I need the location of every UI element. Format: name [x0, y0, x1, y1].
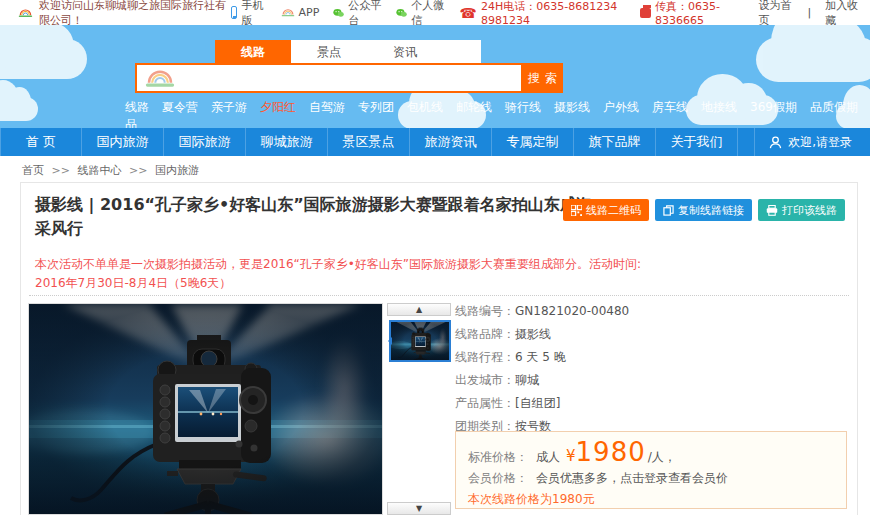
app-link[interactable]: APP [281, 6, 320, 19]
person-icon [769, 136, 782, 149]
route-qrcode-button[interactable]: 线路二维码 [563, 199, 649, 221]
brand-link[interactable]: 骑行线 [505, 99, 541, 128]
fax: 传真：0635-8336665 [640, 0, 745, 27]
nav-about[interactable]: 关于我们 [656, 128, 738, 156]
camera-photo [29, 304, 382, 514]
fax-icon [640, 8, 651, 18]
wechat-icon [396, 7, 407, 19]
search-watermark-logo-icon [143, 67, 177, 89]
public-platform-link[interactable]: 公众平台 [333, 0, 382, 28]
brand-link[interactable]: 包机线 [407, 99, 443, 128]
tab-news[interactable]: 资讯 [367, 40, 443, 65]
route-action-buttons: 线路二维码 复制线路链接 打印该线路 [563, 199, 845, 221]
hotline: ☎ 24H电话：0635-8681234 8981234 [460, 0, 626, 27]
detail-row-route-duration: 线路行程：6 天 5 晚 [455, 351, 850, 364]
search-bar: 搜 索 [135, 63, 563, 93]
copy-icon [663, 205, 674, 216]
print-route-button[interactable]: 打印该线路 [758, 199, 845, 221]
brand-link[interactable]: 专列团 [358, 99, 394, 128]
brand-link[interactable]: 房车线 [652, 99, 688, 128]
activity-notice: 本次活动不单单是一次摄影拍摄活动，更是2016“孔子家乡•好客山东”国际旅游摄影… [35, 255, 647, 293]
route-detail-panel: 摄影线 | 2016“孔子家乡•好客山东”国际旅游摄影大赛暨跟着名家拍山东威海采… [20, 182, 858, 515]
breadcrumb-route-center[interactable]: 线路中心 [77, 164, 121, 177]
nav-domestic[interactable]: 国内旅游 [82, 128, 164, 156]
brand-link[interactable]: 邮轮线 [456, 99, 492, 128]
search-button[interactable]: 搜 索 [523, 63, 563, 93]
search-input[interactable] [135, 63, 523, 93]
mobile-version-link[interactable]: 手机版 [231, 0, 267, 28]
detail-row-route-number: 线路编号：GN1821020-00480 [455, 305, 850, 318]
brand-link[interactable]: 自驾游 [309, 99, 345, 128]
brand-link[interactable]: 369假期 [750, 99, 797, 128]
sky-header: 线路 景点 资讯 搜 索 线路品牌： 夏令营 亲子游 夕阳红 自驾游 专列团 包… [0, 25, 870, 128]
mobile-phone-icon [231, 6, 238, 19]
breadcrumb: 首页 >> 线路中心 >> 国内旅游 [22, 163, 199, 178]
nav-liaocheng[interactable]: 聊城旅游 [246, 128, 328, 156]
nav-international[interactable]: 国际旅游 [164, 128, 246, 156]
top-utility-bar: 欢迎访问山东聊城聊之旅国际旅行社有限公司！ 手机版 APP 公众平台 个人微信 … [0, 0, 870, 25]
wechat-icon [333, 7, 344, 19]
brand-link[interactable]: 摄影线 [554, 99, 590, 128]
detail-row-route-brand: 线路品牌：摄影线 [455, 328, 850, 341]
route-details-list: 线路编号：GN1821020-00480 线路品牌：摄影线 线路行程：6 天 5… [455, 305, 850, 443]
brand-link[interactable]: 户外线 [603, 99, 639, 128]
brand-link[interactable]: 夕阳红 [260, 99, 296, 128]
standard-price-row: 标准价格： 成人 ¥ 1980 /人， [468, 440, 834, 466]
member-price-login-link[interactable]: 会员优惠多多，点击登录查看会员价 [536, 470, 728, 487]
tab-spots[interactable]: 景点 [291, 40, 367, 65]
price-note: 本次线路价格为1980元 [468, 491, 834, 508]
breadcrumb-home[interactable]: 首页 [22, 164, 44, 177]
telephone-icon: ☎ [460, 6, 477, 20]
cloud [756, 37, 870, 82]
cloud [0, 39, 87, 79]
tab-routes[interactable]: 线路 [215, 40, 291, 65]
main-nav: 首 页 国内旅游 国际旅游 聊城旅游 景区景点 旅游资讯 专属定制 旗下品牌 关… [0, 128, 870, 156]
nav-scenic-spots[interactable]: 景区景点 [328, 128, 410, 156]
thumbnail-scroll-down-button[interactable]: ▼ [387, 502, 451, 515]
qrcode-icon [571, 205, 582, 216]
page-title: 摄影线 | 2016“孔子家乡•好客山东”国际旅游摄影大赛暨跟着名家拍山东威海采… [35, 193, 605, 241]
detail-row-product-attribute: 产品属性：[自组团] [455, 397, 850, 410]
nav-travel-news[interactable]: 旅游资讯 [410, 128, 492, 156]
currency-symbol: ¥ [566, 447, 576, 465]
welcome-text: 欢迎访问山东聊城聊之旅国际旅行社有限公司！ [39, 0, 231, 28]
brand-link[interactable]: 夏令营 [162, 99, 198, 128]
camera-photo-thumbnail [391, 322, 449, 360]
divider [29, 295, 849, 296]
nav-home[interactable]: 首 页 [0, 128, 82, 156]
cloud [0, 97, 38, 121]
printer-icon [766, 205, 778, 216]
nav-brands[interactable]: 旗下品牌 [574, 128, 656, 156]
photo-thumbnail-strip: ▲ ▼ [387, 303, 451, 515]
brand-row-label: 线路品牌： [125, 99, 149, 128]
brand-links-row: 线路品牌： 夏令营 亲子游 夕阳红 自驾游 专列团 包机线 邮轮线 骑行线 摄影… [125, 99, 845, 128]
page: 欢迎访问山东聊城聊之旅国际旅行社有限公司！ 手机版 APP 公众平台 个人微信 … [0, 0, 870, 515]
copy-route-link-button[interactable]: 复制线路链接 [655, 199, 752, 221]
brand-link[interactable]: 地接线 [701, 99, 737, 128]
photo-thumbnail-selected[interactable] [389, 320, 451, 362]
app-icon [281, 7, 295, 18]
set-home-link[interactable]: 设为首页 [759, 0, 794, 28]
site-logo-icon [18, 6, 33, 20]
thumbnail-scroll-up-button[interactable]: ▲ [387, 303, 451, 316]
detail-row-departure-city: 出发城市：聊城 [455, 374, 850, 387]
route-main-photo [28, 303, 383, 515]
login-link[interactable]: 欢迎,请登录 [754, 128, 870, 156]
brand-link[interactable]: 亲子游 [211, 99, 247, 128]
price-box: 标准价格： 成人 ¥ 1980 /人， 会员价格： 会员优惠多多，点击登录查看会… [455, 431, 847, 509]
add-favorite-link[interactable]: 加入收藏 [825, 0, 860, 28]
personal-wechat-link[interactable]: 个人微信 [396, 0, 445, 28]
brand-link[interactable]: 品质假期 [810, 99, 858, 128]
breadcrumb-current[interactable]: 国内旅游 [155, 164, 199, 177]
search-tabs: 线路 景点 资讯 [215, 40, 481, 65]
price-amount: 1980 [576, 440, 646, 464]
nav-custom[interactable]: 专属定制 [492, 128, 574, 156]
member-price-row: 会员价格： 会员优惠多多，点击登录查看会员价 [468, 470, 834, 487]
topbar-divider: | [807, 6, 811, 19]
